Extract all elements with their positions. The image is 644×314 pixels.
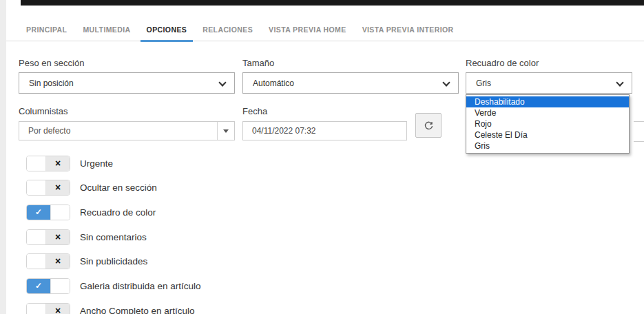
tab-vista-previa-interior[interactable]: VISTA PREVIA INTERIOR bbox=[362, 18, 454, 41]
chevron-down-icon bbox=[218, 78, 226, 86]
x-icon: × bbox=[46, 180, 70, 195]
caret-down-icon bbox=[223, 129, 229, 133]
tab-vista-previa-home[interactable]: VISTA PREVIA HOME bbox=[269, 18, 346, 41]
columnistas-label: Columnistas bbox=[19, 106, 68, 116]
toggle-ocultar-en-seccion[interactable]: × bbox=[26, 180, 70, 196]
toggle-label: Galeria distribuida en artículo bbox=[80, 281, 201, 291]
toggle-knob bbox=[27, 180, 46, 195]
toggle-label: Sin comentarios bbox=[80, 232, 147, 242]
tab-relaciones[interactable]: RELACIONES bbox=[202, 18, 253, 41]
toggle-ancho-completo[interactable]: × bbox=[26, 303, 70, 314]
peso-select[interactable]: Sin posición bbox=[19, 72, 235, 94]
left-gutter bbox=[0, 0, 6, 314]
peso-select-value: Sin posición bbox=[29, 78, 74, 88]
tamano-label: Tamaño bbox=[242, 58, 274, 68]
option-verde[interactable]: Verde bbox=[466, 107, 629, 118]
tamano-select[interactable]: Automático bbox=[242, 72, 459, 94]
toggle-knob bbox=[50, 279, 70, 293]
tab-principal[interactable]: PRINCIPAL bbox=[26, 18, 67, 41]
toggle-sin-publicidades[interactable]: × bbox=[26, 253, 70, 269]
toggle-sin-comentarios[interactable]: × bbox=[26, 229, 70, 245]
tab-opciones[interactable]: OPCIONES bbox=[147, 18, 187, 41]
toggle-row: × Urgente bbox=[26, 155, 113, 171]
fecha-input[interactable] bbox=[242, 121, 407, 140]
toggle-recuadro-de-color[interactable]: ✓ bbox=[26, 205, 70, 220]
x-icon: × bbox=[46, 254, 70, 269]
toggle-knob bbox=[50, 205, 70, 220]
peso-label: Peso en sección bbox=[19, 58, 84, 68]
fecha-refresh-button[interactable] bbox=[415, 113, 442, 138]
check-icon: ✓ bbox=[27, 205, 50, 220]
toggle-label: Recuadro de color bbox=[80, 207, 156, 218]
toggle-label: Urgente bbox=[80, 158, 113, 169]
option-gris[interactable]: Gris bbox=[466, 140, 629, 151]
toggle-knob bbox=[27, 230, 46, 244]
columnistas-combobox[interactable]: Por defecto bbox=[19, 121, 235, 140]
option-celeste-el-dia[interactable]: Celeste El Día bbox=[466, 129, 629, 140]
option-deshabilitado[interactable]: Deshabilitado bbox=[466, 96, 629, 107]
toggle-knob bbox=[27, 304, 46, 314]
columnistas-value: Por defecto bbox=[28, 126, 70, 136]
recuadro-dropdown-list: Deshabilitado Verde Rojo Celeste El Día … bbox=[466, 94, 630, 154]
toggle-label: Ancho Completo en artículo bbox=[80, 306, 195, 314]
recuadro-select-value: Gris bbox=[476, 78, 491, 88]
chevron-down-icon bbox=[442, 78, 450, 86]
article-options-panel: PRINCIPAL MULTIMEDIA OPCIONES RELACIONES… bbox=[0, 0, 644, 314]
toggle-row: × Sin comentarios bbox=[26, 229, 147, 245]
truncated-field-fragment bbox=[634, 121, 644, 142]
chevron-down-icon bbox=[616, 78, 623, 86]
recuadro-select[interactable]: Gris bbox=[466, 72, 632, 94]
fecha-label: Fecha bbox=[242, 106, 267, 116]
toggle-row: × Sin publicidades bbox=[26, 253, 147, 269]
top-black-bar bbox=[21, 0, 644, 6]
x-icon: × bbox=[46, 304, 70, 314]
toggle-urgente[interactable]: × bbox=[26, 156, 70, 171]
check-icon: ✓ bbox=[27, 279, 50, 293]
tamano-select-value: Automático bbox=[253, 78, 294, 88]
toggle-row: ✓ Recuadro de color bbox=[26, 204, 156, 220]
recuadro-label: Recuadro de color bbox=[466, 58, 539, 68]
toggle-row: ✓ Galeria distribuida en artículo bbox=[26, 278, 201, 294]
tab-multimedia[interactable]: MULTIMEDIA bbox=[83, 18, 130, 41]
toggle-row: × Ocultar en sección bbox=[26, 179, 157, 196]
refresh-icon bbox=[424, 121, 434, 131]
columnistas-dropdown-button[interactable] bbox=[217, 122, 234, 140]
x-icon: × bbox=[46, 230, 70, 244]
toggle-label: Ocultar en sección bbox=[80, 182, 157, 193]
option-rojo[interactable]: Rojo bbox=[466, 118, 629, 129]
toggle-row: × Ancho Completo en artículo bbox=[26, 302, 195, 314]
x-icon: × bbox=[46, 156, 70, 171]
toggle-label: Sin publicidades bbox=[80, 256, 147, 266]
toggle-knob bbox=[27, 156, 46, 171]
toggle-galeria-distribuida[interactable]: ✓ bbox=[26, 278, 70, 294]
tab-bar: PRINCIPAL MULTIMEDIA OPCIONES RELACIONES… bbox=[6, 18, 644, 41]
toggle-knob bbox=[27, 254, 46, 269]
